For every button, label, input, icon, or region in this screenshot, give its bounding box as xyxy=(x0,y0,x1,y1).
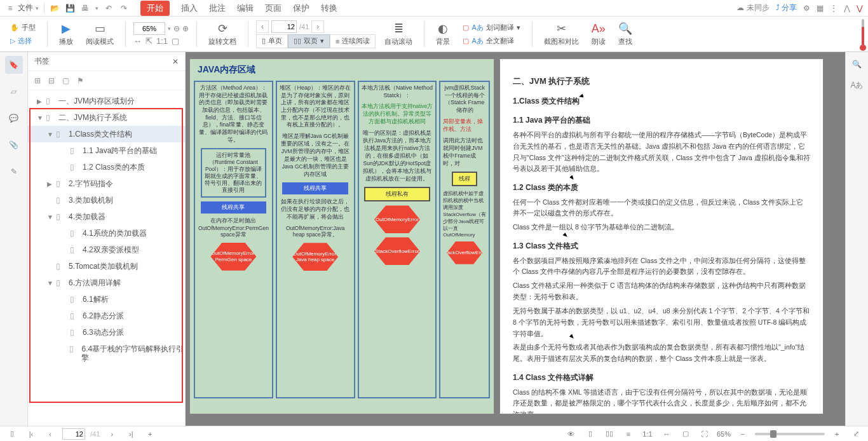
bookmark-item[interactable]: ▯6.4基于栈的字节码解释执行引擎 xyxy=(28,341,185,366)
bookmark-item[interactable]: ▯6.2静态分派 xyxy=(28,308,185,324)
select-tool[interactable]: ▷选择 xyxy=(6,35,39,47)
bookmark-item[interactable]: ▯5.Tomcat类加载机制 xyxy=(28,258,185,275)
help-icon[interactable]: ⋮ xyxy=(830,4,837,13)
background-button[interactable]: ◐背景 xyxy=(432,22,454,46)
read-mode-button[interactable]: ▭阅读模式 xyxy=(82,22,118,46)
prev-page-status-icon[interactable]: ‹ xyxy=(43,428,57,440)
bookmark-item[interactable]: ▯3.类加载机制 xyxy=(28,192,185,208)
comments-icon[interactable]: 💬 xyxy=(5,109,23,127)
first-page-icon[interactable]: |‹ xyxy=(24,428,38,440)
expand-icon[interactable]: ⤢ xyxy=(849,428,863,440)
status-page-input[interactable] xyxy=(62,428,85,440)
prev-page-button[interactable]: ‹ xyxy=(256,20,269,33)
collapse-ribbon-icon[interactable]: ⋀ xyxy=(844,4,850,13)
fit-width-icon[interactable]: ↔ xyxy=(133,36,142,46)
bookmark-item[interactable]: ▯6.3动态分派 xyxy=(28,324,185,341)
undo-icon[interactable]: ↶ xyxy=(104,3,114,13)
next-page-status-icon[interactable]: › xyxy=(105,428,119,440)
bookmark-item[interactable]: ▯1.2 Class类的本质 xyxy=(28,159,185,175)
play-button[interactable]: ▶播放 xyxy=(55,22,77,46)
tab-start[interactable]: 开始 xyxy=(140,1,170,16)
signature-icon[interactable]: ✎ xyxy=(5,163,23,180)
thermometer-widget xyxy=(859,19,867,57)
redo-icon[interactable]: ↷ xyxy=(119,3,129,13)
add-bookmark-icon[interactable]: ⊞ xyxy=(34,76,41,85)
fullscreen-icon[interactable]: ⛶ xyxy=(698,428,712,440)
tab-page[interactable]: 页面 xyxy=(265,3,281,14)
search-side-icon[interactable]: 🔍 xyxy=(852,60,862,69)
zoom-plus-icon[interactable]: + xyxy=(830,428,844,440)
bookmark-item[interactable]: ▯4.1系统的类加载器 xyxy=(28,225,185,241)
bookmark-tree[interactable]: ▶▯一、JVM内存区域划分▼▯二、JVM执行子系统▼▯1.Class类文件结构▯… xyxy=(28,90,185,426)
open-icon[interactable]: 📂 xyxy=(50,3,60,13)
tab-insert[interactable]: 插入 xyxy=(181,3,198,14)
plus-icon[interactable]: + xyxy=(143,428,157,440)
close-sidebar-icon[interactable]: ✕ xyxy=(172,57,179,66)
delete-bookmark-icon[interactable]: ⊟ xyxy=(48,76,55,85)
bookmark-item[interactable]: ▼▯二、JVM执行子系统 xyxy=(28,109,185,126)
word-translate-button[interactable]: ▢Aあ 划词翻译 ▾ xyxy=(459,22,524,34)
tab-protect[interactable]: 保护 xyxy=(293,3,309,14)
rotate-button[interactable]: ⟳旋转文档 xyxy=(205,22,240,46)
next-page-button[interactable]: › xyxy=(311,20,324,33)
bookmark-item[interactable]: ▼▯4.类加载器 xyxy=(28,208,185,225)
page-input[interactable] xyxy=(271,20,297,33)
view-double-icon[interactable]: ▯▯ xyxy=(602,428,616,440)
translate-side-icon[interactable]: Aあ xyxy=(850,80,863,91)
bookmark-item[interactable]: ▼▯1.Class类文件结构 xyxy=(28,126,185,142)
hamburger-menu[interactable]: ≡ 文件 ▾ xyxy=(5,3,39,13)
zoom-out-icon[interactable]: ⊖ xyxy=(173,24,180,33)
bookmark-item[interactable]: ▼▯6.方法调用详解 xyxy=(28,275,185,291)
bookmark-item[interactable]: ▶▯2.字节码指令 xyxy=(28,175,185,192)
panel-toggle-icon[interactable]: ▯ xyxy=(5,428,19,440)
fit-width-status-icon[interactable]: ↔ xyxy=(660,428,674,440)
last-page-icon[interactable]: ›| xyxy=(124,428,138,440)
ribbon-tabs: 开始 插入 批注 编辑 页面 保护 转换 xyxy=(140,1,337,16)
read-aloud-button[interactable]: A»朗读 xyxy=(588,22,609,46)
sidebar-title: 书签 xyxy=(34,56,50,67)
close-icon[interactable]: ⋁ xyxy=(857,4,863,13)
tab-edit[interactable]: 编辑 xyxy=(237,3,254,14)
share-button[interactable]: ⤴ 分享 xyxy=(776,3,797,13)
view-single-icon[interactable]: ▯ xyxy=(583,428,597,440)
zoom-input[interactable] xyxy=(133,22,165,35)
zoom-in-icon[interactable]: ⊕ xyxy=(182,24,189,33)
document-viewport[interactable]: JAVA内存区域 方法区（Method Area）：用于存储已经被虚拟机加载的类… xyxy=(186,52,868,426)
double-page-mode[interactable]: ▯▯ 双页 ▾ xyxy=(288,34,330,48)
thumbnails-icon[interactable]: ▱ xyxy=(5,83,23,100)
hand-tool[interactable]: ✋手型 xyxy=(6,22,39,34)
sync-status[interactable]: ☁ 未同步 xyxy=(736,3,769,13)
auto-scroll-button[interactable]: ≣自动滚动 xyxy=(381,22,416,46)
bookmark-tool-icon[interactable]: ▢ xyxy=(62,76,69,85)
attachments-icon[interactable]: 📎 xyxy=(5,136,23,154)
bookmark-item[interactable]: ▯6.1解析 xyxy=(28,291,185,308)
eye-icon[interactable]: 👁 xyxy=(564,428,578,440)
view-continuous-icon[interactable]: ≡ xyxy=(621,428,635,440)
continuous-mode[interactable]: ≡ 连续阅读 xyxy=(330,34,376,48)
zoom-minus-icon[interactable]: − xyxy=(736,428,750,440)
save-icon[interactable]: 💾 xyxy=(65,3,75,13)
sidebar-tools: ⊞ ⊟ ▢ ⚑ xyxy=(28,71,185,90)
tab-annotate[interactable]: 批注 xyxy=(209,3,226,14)
grid-icon[interactable]: ▦ xyxy=(817,4,824,13)
settings-icon[interactable]: ⚙ xyxy=(803,4,810,13)
bookmark-item[interactable]: ▯1.1 Java跨平台的基础 xyxy=(28,142,185,159)
tab-convert[interactable]: 转换 xyxy=(321,3,337,14)
screenshot-button[interactable]: ✂截图和对比 xyxy=(540,22,583,46)
fit-actual-icon[interactable]: 1:1 xyxy=(641,428,654,440)
diagram-title: JAVA内存区域 xyxy=(190,59,494,81)
right-icon-bar: 🔍 Aあ xyxy=(845,52,868,426)
fit-visible-icon[interactable]: ▢ xyxy=(172,36,179,46)
zoom-slider[interactable] xyxy=(755,433,825,435)
find-button[interactable]: 🔍查找 xyxy=(614,22,636,46)
actual-size-icon[interactable]: 1:1 xyxy=(156,36,168,46)
single-page-mode[interactable]: ▯ 单页 xyxy=(256,34,288,48)
bookmark-item[interactable]: ▶▯一、JVM内存区域划分 xyxy=(28,93,185,109)
fit-page-status-icon[interactable]: ▢ xyxy=(679,428,693,440)
full-translate-button[interactable]: ▢Aあ 全文翻译 xyxy=(459,35,524,47)
bookmark-item[interactable]: ▯4.2双亲委派模型 xyxy=(28,241,185,258)
print-icon[interactable]: 🖶 xyxy=(80,3,90,13)
bookmark-flag-icon[interactable]: ⚑ xyxy=(77,76,84,85)
bookmark-panel-icon[interactable]: 🔖 xyxy=(5,56,23,74)
fit-page-icon[interactable]: ⇱ xyxy=(146,36,153,46)
